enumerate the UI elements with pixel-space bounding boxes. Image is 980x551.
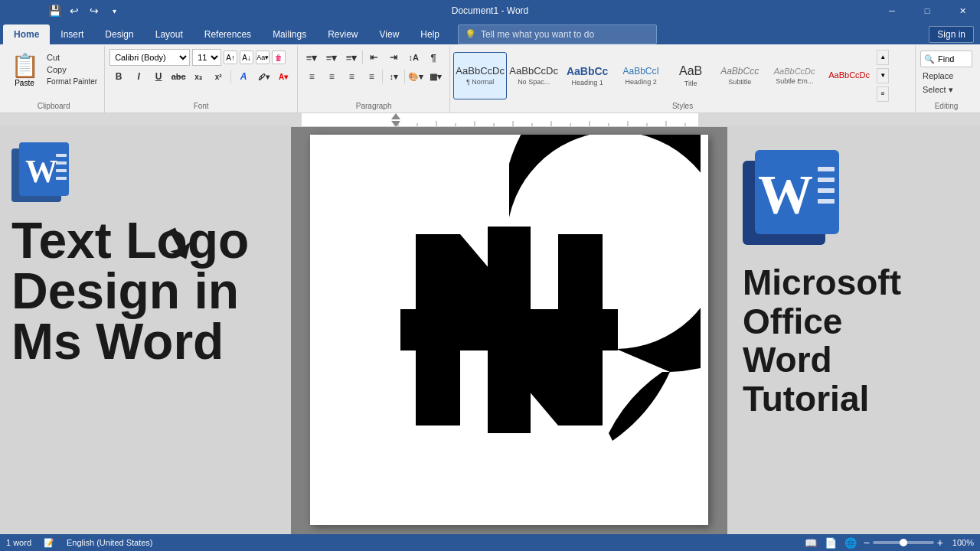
zoom-level[interactable]: 100% <box>946 538 974 547</box>
replace-button[interactable]: Replace <box>920 70 972 81</box>
language[interactable]: English (United States) <box>67 538 153 547</box>
svg-rect-26 <box>56 161 67 165</box>
paste-button[interactable]: 📋 Paste <box>8 51 41 89</box>
bullets-button[interactable]: ≡▾ <box>302 49 321 66</box>
style-subtle-emphasis[interactable]: AaBbCcDc Subtle Em... <box>766 52 823 99</box>
styles-scroll[interactable]: ▲ ▼ ≡ <box>877 50 889 102</box>
style-heading1[interactable]: AaBbCc Heading 1 <box>560 52 614 99</box>
svg-text:W: W <box>758 164 813 225</box>
font-color-button[interactable]: A▾ <box>274 68 292 85</box>
align-center-button[interactable]: ≡ <box>322 68 341 85</box>
customize-quick-access-button[interactable]: ▾ <box>106 2 122 19</box>
style-subtitle-label: Subtitle <box>728 78 751 86</box>
font-group-label: Font <box>105 102 297 110</box>
strikethrough-button[interactable]: abc <box>169 68 188 85</box>
minimize-button[interactable]: ─ <box>874 2 910 19</box>
align-left-button[interactable]: ≡ <box>302 68 321 85</box>
style-heading2[interactable]: AaBbCcI Heading 2 <box>614 52 668 99</box>
style-title[interactable]: AaB Title <box>668 52 714 99</box>
select-button[interactable]: Select ▾ <box>920 84 972 96</box>
font-name-select[interactable]: Calibri (Body) <box>109 49 190 66</box>
format-painter-button[interactable]: Format Painter <box>44 77 100 86</box>
redo-button[interactable]: ↪ <box>86 2 103 19</box>
shading-button[interactable]: 🎨▾ <box>407 68 425 85</box>
read-mode-button[interactable]: 📖 <box>804 536 818 549</box>
styles-scroll-down[interactable]: ▼ <box>877 68 889 83</box>
tutorial-line2: Design in <box>11 262 239 319</box>
sort-button[interactable]: ↕A <box>404 49 423 66</box>
tab-insert[interactable]: Insert <box>50 24 94 44</box>
svg-rect-2 <box>0 113 302 127</box>
svg-rect-41 <box>818 199 835 204</box>
paste-icon: 📋 <box>11 52 39 79</box>
text-effect-button[interactable]: A <box>234 68 253 85</box>
font-size-select[interactable]: 11 <box>192 49 221 66</box>
tab-references[interactable]: References <box>194 24 262 44</box>
print-layout-button[interactable]: 📄 <box>824 536 838 549</box>
find-button[interactable]: 🔍 Find <box>920 51 972 67</box>
editing-group-label: Editing <box>916 102 977 110</box>
style-more-preview: AaBbCcDc <box>828 70 870 80</box>
decrease-font-button[interactable]: A↓ <box>240 51 253 64</box>
style-more[interactable]: AaBbCcDc <box>823 52 875 99</box>
style-no-spacing[interactable]: AaBbCcDc No Spac... <box>507 52 560 99</box>
zoom-out-button[interactable]: − <box>864 536 870 549</box>
maximize-button[interactable]: □ <box>910 2 945 19</box>
tab-layout[interactable]: Layout <box>145 24 194 44</box>
decrease-indent-button[interactable]: ⇤ <box>364 49 383 66</box>
borders-button[interactable]: ▦▾ <box>426 68 445 85</box>
clear-formatting-button[interactable]: 🗑 <box>272 51 286 64</box>
numbering-button[interactable]: ≡▾ <box>322 49 341 66</box>
zoom-slider[interactable] <box>873 541 934 544</box>
style-h1-preview: AaBbCc <box>567 65 608 77</box>
multilevel-list-button[interactable]: ≡▾ <box>342 49 361 66</box>
svg-rect-28 <box>56 177 67 180</box>
svg-rect-39 <box>818 178 835 182</box>
show-hide-button[interactable]: ¶ <box>424 49 443 66</box>
style-subtitle[interactable]: AaBbCcc Subtitle <box>714 52 766 99</box>
status-bar: 1 word 📝 English (United States) 📖 📄 🌐 −… <box>0 534 980 551</box>
web-layout-button[interactable]: 🌐 <box>844 536 858 549</box>
underline-button[interactable]: U <box>149 68 168 85</box>
cut-button[interactable]: Cut <box>44 52 100 63</box>
text-highlight-button[interactable]: 🖊▾ <box>254 68 273 85</box>
style-normal-preview: AaBbCcDc <box>456 65 505 77</box>
copy-button[interactable]: Copy <box>44 64 100 75</box>
undo-button[interactable]: ↩ <box>66 2 83 19</box>
change-case-button[interactable]: Aa▾ <box>256 51 270 64</box>
right-tutorial-panel: W Microsoft Office Word Tutorial <box>727 127 980 534</box>
close-button[interactable]: ✕ <box>945 2 980 19</box>
styles-expand[interactable]: ≡ <box>877 86 889 102</box>
bold-button[interactable]: B <box>109 68 128 85</box>
style-normal-label: ¶ Normal <box>466 78 494 86</box>
tab-review[interactable]: Review <box>317 24 368 44</box>
styles-scroll-up[interactable]: ▲ <box>877 50 889 65</box>
tab-mailings[interactable]: Mailings <box>262 24 317 44</box>
save-button[interactable]: 💾 <box>46 2 63 19</box>
justify-button[interactable]: ≡ <box>362 68 381 85</box>
tell-me-input[interactable]: 💡 Tell me what you want to do <box>458 24 657 44</box>
style-h2-preview: AaBbCcI <box>622 66 658 77</box>
increase-indent-button[interactable]: ⇥ <box>384 49 403 66</box>
center-document-area <box>291 127 727 534</box>
svg-rect-27 <box>56 169 67 172</box>
subscript-button[interactable]: x₂ <box>189 68 207 85</box>
align-right-button[interactable]: ≡ <box>342 68 361 85</box>
tab-home[interactable]: Home <box>3 24 50 44</box>
increase-font-button[interactable]: A↑ <box>224 51 237 64</box>
sign-in-button[interactable]: Sign in <box>929 26 974 43</box>
tab-design[interactable]: Design <box>94 24 144 44</box>
line-spacing-button[interactable]: ↕▾ <box>384 68 403 85</box>
style-nospace-preview: AaBbCcDc <box>509 65 558 77</box>
tab-view[interactable]: View <box>369 24 410 44</box>
svg-rect-1 <box>302 113 698 127</box>
tab-help[interactable]: Help <box>410 24 450 44</box>
zoom-in-button[interactable]: + <box>937 536 943 549</box>
proofing-icon[interactable]: 📝 <box>44 538 54 548</box>
style-normal[interactable]: AaBbCcDc ¶ Normal <box>453 52 507 99</box>
superscript-button[interactable]: x² <box>209 68 227 85</box>
italic-button[interactable]: I <box>129 68 148 85</box>
svg-rect-38 <box>818 167 835 171</box>
find-label: Find <box>938 54 954 64</box>
svg-rect-25 <box>56 154 67 157</box>
